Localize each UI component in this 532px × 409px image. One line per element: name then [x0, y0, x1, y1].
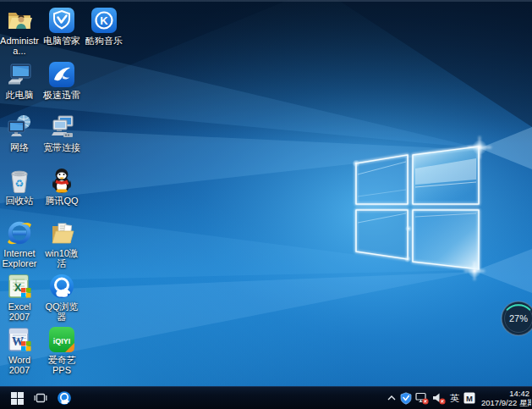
taskbar: 英 M 14:42 2017/9/22 星期五	[0, 386, 532, 409]
desktop-icon-network[interactable]: 网络	[0, 113, 39, 152]
folder-files-icon	[48, 219, 75, 246]
desktop-icon-word[interactable]: W Word 2007	[0, 326, 39, 375]
desktop-icon-recycle-bin[interactable]: ♻ 回收站	[0, 167, 39, 206]
pc-manager-shield-icon	[48, 7, 75, 34]
clock-date: 2017/9/22 星期五	[481, 398, 529, 407]
this-pc-icon	[6, 61, 33, 88]
desktop-icon-kugou[interactable]: K 酷狗音乐	[85, 7, 123, 46]
desktop-icon-label: win10激活	[42, 248, 81, 268]
tray-m-app[interactable]: M	[462, 387, 477, 409]
tray-network-status[interactable]	[414, 387, 431, 409]
user-folder-icon	[6, 7, 33, 34]
shield-check-icon	[400, 392, 412, 405]
word-icon: W	[6, 326, 33, 353]
tray-pc-manager[interactable]	[398, 387, 414, 409]
windows-logo-icon	[11, 392, 24, 405]
system-tray: 英 M 14:42 2017/9/22 星期五	[384, 387, 532, 409]
desktop-icon-win10-activate[interactable]: win10激活	[42, 219, 81, 268]
start-button[interactable]	[5, 387, 29, 409]
desktop-icon-label: 此电脑	[0, 90, 39, 100]
desktop-icon-label: 回收站	[0, 196, 39, 206]
desktop-icon-label: Excel 2007	[0, 301, 39, 322]
desktop-icon-label: Internet Explorer	[0, 248, 39, 268]
desktop-icon-qq[interactable]: 腾讯QQ	[42, 167, 81, 206]
task-view-icon	[34, 392, 47, 404]
desktop-icon-this-pc[interactable]: 此电脑	[0, 61, 39, 100]
svg-text:iQIYI: iQIYI	[53, 337, 71, 345]
desktop-icon-thunder[interactable]: 极速迅雷	[42, 61, 81, 100]
taskbar-qq-browser-button[interactable]	[52, 387, 76, 409]
desktop-icon-label: 极速迅雷	[42, 90, 81, 100]
desktop-icon-pc-manager[interactable]: 电脑管家	[42, 7, 81, 46]
m-badge-icon: M	[463, 392, 475, 404]
desktop[interactable]: Administra... 电脑管家 K 酷狗音乐	[0, 0, 532, 386]
clock-time: 14:42	[481, 389, 529, 398]
chevron-up-icon	[387, 394, 397, 402]
desktop-icon-label: Word 2007	[0, 355, 39, 375]
desktop-icon-label: QQ浏览器	[42, 301, 81, 322]
acceleration-ball-percent: 27%	[500, 300, 532, 337]
desktop-icon-label: 爱奇艺PPS	[42, 355, 81, 375]
desktop-icon-label: 酷狗音乐	[85, 36, 123, 46]
desktop-icon-label: 电脑管家	[42, 36, 81, 46]
taskbar-left	[0, 387, 76, 409]
tray-clock[interactable]: 14:42 2017/9/22 星期五	[477, 389, 531, 407]
thunder-bird-icon	[48, 61, 75, 88]
desktop-icon-label: 网络	[0, 142, 39, 152]
svg-text:X: X	[14, 281, 22, 294]
svg-text:M: M	[466, 394, 473, 403]
windows-desktop-screen: Administra... 电脑管家 K 酷狗音乐	[0, 0, 532, 409]
desktop-icon-iqiyi[interactable]: iQIYI 爱奇艺PPS	[42, 326, 81, 375]
acceleration-ball-widget[interactable]: 27%	[500, 300, 532, 337]
recycle-bin-icon: ♻	[6, 167, 33, 194]
desktop-icon-label: Administra...	[0, 36, 39, 56]
internet-explorer-icon	[6, 219, 33, 246]
network-globe-icon	[6, 113, 33, 141]
desktop-icon-excel[interactable]: X Excel 2007	[0, 273, 39, 322]
desktop-icon-label: 腾讯QQ	[42, 196, 81, 206]
excel-icon: X	[6, 273, 33, 300]
tray-ime-indicator[interactable]: 英	[447, 387, 462, 409]
desktop-icon-qq-browser[interactable]: QQ浏览器	[42, 273, 81, 322]
broadband-connection-icon	[48, 113, 75, 141]
volume-muted-icon	[432, 392, 446, 405]
desktop-icon-label: 宽带连接	[42, 142, 81, 152]
iqiyi-icon: iQIYI	[48, 326, 75, 353]
desktop-icon-broadband[interactable]: 宽带连接	[42, 113, 81, 152]
task-view-button[interactable]	[29, 387, 52, 409]
tray-volume[interactable]	[431, 387, 447, 409]
svg-text:K: K	[100, 14, 108, 27]
qq-penguin-icon	[48, 167, 75, 194]
qq-browser-icon	[48, 273, 75, 300]
hidden-icons-chevron[interactable]	[384, 387, 398, 409]
svg-text:♻: ♻	[15, 178, 25, 190]
qq-browser-taskbar-icon	[57, 390, 72, 406]
kugou-music-icon: K	[90, 7, 118, 34]
desktop-icon-internet-explorer[interactable]: Internet Explorer	[0, 219, 39, 268]
network-disconnected-icon	[415, 392, 429, 405]
desktop-icon-administrator[interactable]: Administra...	[0, 7, 39, 56]
